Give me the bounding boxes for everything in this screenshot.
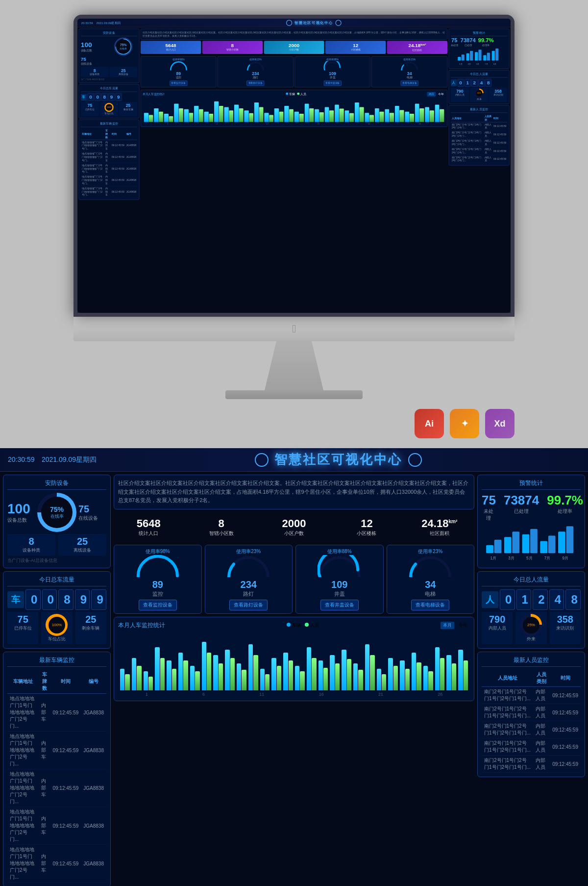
bar-group [405, 112, 414, 122]
full-sec-offline: 25 离线设备 [58, 534, 106, 556]
full-person-label: 人 [482, 591, 498, 608]
svg-text:9月: 9月 [493, 63, 496, 65]
gauge-btn[interactable]: 查看路灯设备 [246, 80, 264, 86]
tab-year[interactable]: 今年 [437, 92, 445, 96]
full-types-lbl: 设备种类 [9, 547, 53, 554]
full-pm-c1: 人员类别 [533, 670, 550, 687]
person-bar [329, 110, 334, 122]
gauge-btn[interactable]: 查看监控设备 [139, 600, 177, 610]
person-bar [137, 666, 141, 690]
gauge-number: 234 [208, 579, 290, 590]
full-security-title: 安防设备 [7, 479, 106, 490]
full-pd-1: 1 [516, 589, 532, 610]
community-panel: 社区介绍文案社区介绍文案社区介绍文案社区介绍文案社区介绍文案。社区介绍文案社区介… [141, 28, 447, 40]
table-cell: 地点地地地广门1号门地地地地地广门2号门... [81, 152, 104, 163]
car-bar [254, 102, 259, 122]
table-cell: 09:12:45:59 [550, 704, 581, 721]
person-gauge: 25% [474, 89, 484, 98]
table-row: 南门2号门1号门2号门1号门2号门1号门...内部人员09:12:45:59 [451, 155, 507, 163]
full-parked-lbl: 已停车位 [9, 625, 36, 632]
full-tab-year[interactable]: 今年 [456, 622, 470, 629]
table-row: 南门2号门1号门2号门1号门2号门1号门...内部人员09:12:45:59 [451, 122, 507, 130]
full-sec-types: 8 设备种类 [7, 534, 55, 556]
car-bar [458, 650, 463, 690]
person-bar [416, 662, 421, 690]
car-bar [164, 114, 169, 122]
full-remaining-num: 25 [77, 614, 104, 625]
car-bar [283, 653, 288, 690]
person-bar [399, 110, 404, 122]
tab-month[interactable]: 本月 [427, 92, 435, 96]
stat-lbl: 处理率 [478, 44, 494, 47]
full-tab-month[interactable]: 本月 [441, 622, 454, 629]
v-gauge-lbl: 车位占比 [101, 112, 117, 115]
car-bar [202, 642, 206, 690]
full-vgauge: 100% 车位占比 [41, 612, 72, 644]
gauge-btn[interactable]: 查看井盖设备 [324, 80, 342, 86]
car-bar [353, 663, 358, 690]
table-row: 南门2号门1号门2号门1号门2号门1号门...内部人员09:12:45:59 [482, 704, 581, 721]
gauge-btn[interactable]: 查看电梯设备 [401, 80, 418, 86]
vehicle-table: 车辆地址 车牌数 时间 编号 地点地地地广门1号门地地地地地广门2号门...内部… [81, 128, 137, 198]
vehicle-panel: 今日总车流量 车 0 0 8 9 9 [78, 84, 139, 118]
person-bar [199, 109, 203, 122]
full-visit-lbl: 来访识别 [552, 625, 579, 632]
table-cell: 09:12:45:59 [492, 130, 507, 139]
bar-group [237, 663, 246, 690]
x-label: 6 [217, 123, 218, 125]
bar-group [271, 658, 281, 690]
car-bar [155, 647, 159, 690]
bar-group [307, 647, 317, 690]
car-bar [318, 660, 323, 690]
table-cell: JGA8838 [125, 140, 137, 152]
table-row: 南门2号门1号门2号门1号门2号门1号门...内部人员09:12:45:59 [451, 130, 507, 139]
card-lbl: 社区面积 [388, 49, 446, 52]
table-cell: 09:12:45:59 [111, 152, 125, 163]
full-date: 2021.09.09星期四 [42, 456, 97, 463]
car-bar [265, 113, 269, 122]
gauge-btn[interactable]: 查看监控设备 [170, 80, 187, 86]
car-bar [446, 655, 451, 690]
full-dash-header: 20:30:59 2021.09.09星期四 智慧社区可视化中心 [0, 448, 588, 472]
full-vg-lbl: 车位占比 [43, 636, 70, 642]
gauge-btn[interactable]: 查看电梯设备 [411, 600, 449, 610]
date: 2021.09.09星期四 [96, 21, 121, 25]
car-bar [355, 102, 359, 122]
table-cell: JGA8838 [81, 694, 106, 732]
bar-group [225, 650, 235, 690]
svg-rect-1 [462, 54, 465, 60]
gauge-btn[interactable]: 查看路灯设备 [229, 600, 268, 610]
security-grid: 100 设备总数 75% 在线率 [81, 37, 137, 66]
gauge-btn[interactable]: 查看井盖设备 [320, 600, 359, 610]
person-bar [279, 112, 284, 122]
software-icons: Ai ✦ Xd [74, 409, 514, 438]
gauge-svg [390, 555, 471, 579]
car-bar [388, 658, 392, 690]
sec-offline: 25 离线设备 [109, 67, 137, 77]
time-display: 20:30:59 2021.09.09星期四 [81, 21, 121, 25]
full-offline-lbl: 离线设备 [60, 547, 104, 554]
table-cell: 南门2号门1号门2号门1号门2号门1号门... [451, 130, 484, 139]
person-bar [269, 115, 273, 122]
car-bar [435, 105, 440, 122]
pm-col-2: 时间 [492, 114, 507, 122]
bar-group [377, 669, 387, 690]
imac-section: 20:30:59 2021.09.09星期四 智慧社区可视化中心 [0, 0, 588, 448]
bar-group [375, 108, 384, 122]
full-community: 社区介绍文案社区介绍文案社区介绍文案社区介绍文案社区介绍文案。社区介绍文案社区介… [114, 475, 474, 509]
bar-group [425, 107, 434, 122]
table-cell: 09:12:45:59 [492, 139, 507, 147]
p-digit-4: 8 [485, 79, 491, 87]
car-bar [132, 658, 136, 690]
table-cell: 09:12:45:59 [492, 155, 507, 163]
full-chart-legend: 车辆 人员 [287, 622, 319, 629]
svg-text:9月: 9月 [562, 556, 568, 560]
table-row: 南门2号门1号门2号门1号门2号门1号门...内部人员09:12:45:59 [451, 139, 507, 147]
svg-rect-18 [504, 537, 512, 553]
table-cell: 内部车 [104, 152, 111, 163]
person-bar [179, 108, 183, 122]
forecast-chart: 1月3月5月7月9月 [451, 49, 507, 67]
digit-2: 8 [101, 93, 108, 101]
gauge-2: 使用率88% 109 井盖 查看井盖设备 [295, 545, 384, 614]
full-gauge-lbl: 在线率 [50, 513, 64, 520]
